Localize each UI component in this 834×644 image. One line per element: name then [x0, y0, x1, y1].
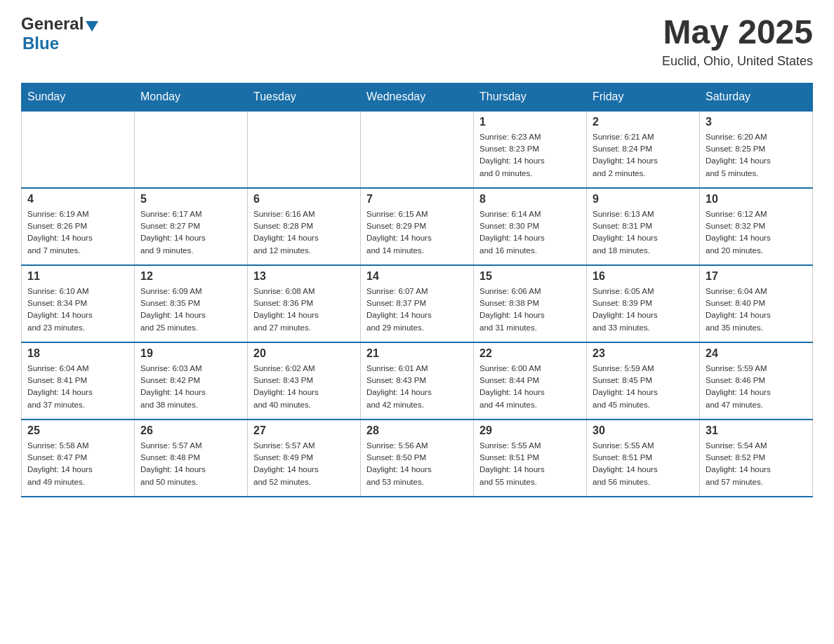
calendar-cell: 23Sunrise: 5:59 AM Sunset: 8:45 PM Dayli… — [587, 342, 700, 420]
weekday-header-saturday: Saturday — [700, 83, 813, 111]
calendar-cell: 9Sunrise: 6:13 AM Sunset: 8:31 PM Daylig… — [587, 188, 700, 265]
calendar-cell: 3Sunrise: 6:20 AM Sunset: 8:25 PM Daylig… — [700, 111, 813, 188]
day-info: Sunrise: 5:59 AM Sunset: 8:46 PM Dayligh… — [706, 363, 807, 411]
calendar-cell: 2Sunrise: 6:21 AM Sunset: 8:24 PM Daylig… — [587, 111, 700, 188]
day-info: Sunrise: 6:10 AM Sunset: 8:34 PM Dayligh… — [27, 286, 128, 334]
day-info: Sunrise: 6:06 AM Sunset: 8:38 PM Dayligh… — [479, 286, 581, 334]
day-info: Sunrise: 5:56 AM Sunset: 8:50 PM Dayligh… — [366, 440, 468, 488]
calendar-cell: 18Sunrise: 6:04 AM Sunset: 8:41 PM Dayli… — [22, 342, 135, 420]
calendar-week-row: 25Sunrise: 5:58 AM Sunset: 8:47 PM Dayli… — [22, 420, 813, 497]
day-info: Sunrise: 6:23 AM Sunset: 8:23 PM Dayligh… — [479, 131, 581, 180]
day-number: 30 — [593, 424, 694, 437]
weekday-header-friday: Friday — [587, 83, 700, 111]
calendar-cell: 21Sunrise: 6:01 AM Sunset: 8:43 PM Dayli… — [361, 342, 474, 420]
day-number: 27 — [253, 424, 355, 437]
weekday-header-tuesday: Tuesday — [248, 83, 361, 111]
day-number: 12 — [140, 270, 241, 283]
title-area: May 2025 Euclid, Ohio, United States — [662, 14, 813, 69]
page-header: General Blue May 2025 Euclid, Ohio, Unit… — [21, 14, 813, 69]
calendar-cell: 12Sunrise: 6:09 AM Sunset: 8:35 PM Dayli… — [135, 265, 248, 342]
day-number: 25 — [27, 424, 128, 437]
calendar-cell — [22, 111, 135, 188]
day-info: Sunrise: 5:57 AM Sunset: 8:48 PM Dayligh… — [140, 440, 241, 488]
calendar-week-row: 1Sunrise: 6:23 AM Sunset: 8:23 PM Daylig… — [22, 111, 813, 188]
weekday-header-sunday: Sunday — [22, 83, 135, 111]
day-number: 24 — [706, 347, 807, 360]
day-info: Sunrise: 6:08 AM Sunset: 8:36 PM Dayligh… — [253, 286, 355, 334]
day-number: 21 — [366, 347, 468, 360]
day-info: Sunrise: 5:59 AM Sunset: 8:45 PM Dayligh… — [593, 363, 694, 411]
day-number: 19 — [140, 347, 241, 360]
weekday-header-wednesday: Wednesday — [361, 83, 474, 111]
calendar-cell: 20Sunrise: 6:02 AM Sunset: 8:43 PM Dayli… — [248, 342, 361, 420]
calendar-subtitle: Euclid, Ohio, United States — [662, 54, 813, 69]
day-info: Sunrise: 6:16 AM Sunset: 8:28 PM Dayligh… — [253, 208, 355, 257]
calendar-cell: 8Sunrise: 6:14 AM Sunset: 8:30 PM Daylig… — [474, 188, 587, 265]
calendar-cell: 15Sunrise: 6:06 AM Sunset: 8:38 PM Dayli… — [474, 265, 587, 342]
calendar-week-row: 11Sunrise: 6:10 AM Sunset: 8:34 PM Dayli… — [22, 265, 813, 342]
calendar-cell: 27Sunrise: 5:57 AM Sunset: 8:49 PM Dayli… — [248, 420, 361, 497]
calendar-cell: 7Sunrise: 6:15 AM Sunset: 8:29 PM Daylig… — [361, 188, 474, 265]
day-number: 13 — [253, 270, 355, 283]
day-info: Sunrise: 6:21 AM Sunset: 8:24 PM Dayligh… — [593, 131, 694, 180]
day-number: 4 — [27, 193, 128, 206]
calendar-cell: 30Sunrise: 5:55 AM Sunset: 8:51 PM Dayli… — [587, 420, 700, 497]
calendar-cell: 31Sunrise: 5:54 AM Sunset: 8:52 PM Dayli… — [700, 420, 813, 497]
calendar-cell: 17Sunrise: 6:04 AM Sunset: 8:40 PM Dayli… — [700, 265, 813, 342]
logo-triangle-icon — [86, 21, 98, 32]
calendar-cell — [135, 111, 248, 188]
day-info: Sunrise: 6:15 AM Sunset: 8:29 PM Dayligh… — [366, 208, 468, 257]
day-number: 15 — [479, 270, 581, 283]
day-info: Sunrise: 6:00 AM Sunset: 8:44 PM Dayligh… — [479, 363, 581, 411]
calendar-cell: 5Sunrise: 6:17 AM Sunset: 8:27 PM Daylig… — [135, 188, 248, 265]
calendar-title: May 2025 — [662, 14, 813, 51]
day-number: 17 — [706, 270, 807, 283]
day-number: 2 — [593, 116, 694, 128]
weekday-header-thursday: Thursday — [474, 83, 587, 111]
calendar-cell: 10Sunrise: 6:12 AM Sunset: 8:32 PM Dayli… — [700, 188, 813, 265]
day-number: 7 — [366, 193, 468, 206]
day-info: Sunrise: 6:04 AM Sunset: 8:40 PM Dayligh… — [706, 286, 807, 334]
calendar-week-row: 4Sunrise: 6:19 AM Sunset: 8:26 PM Daylig… — [22, 188, 813, 265]
day-number: 9 — [593, 193, 694, 206]
day-info: Sunrise: 6:12 AM Sunset: 8:32 PM Dayligh… — [706, 208, 807, 257]
day-number: 3 — [706, 116, 807, 128]
day-info: Sunrise: 6:07 AM Sunset: 8:37 PM Dayligh… — [366, 286, 468, 334]
day-number: 1 — [479, 116, 581, 128]
day-info: Sunrise: 5:58 AM Sunset: 8:47 PM Dayligh… — [27, 440, 128, 488]
day-info: Sunrise: 5:54 AM Sunset: 8:52 PM Dayligh… — [706, 440, 807, 488]
weekday-header-row: SundayMondayTuesdayWednesdayThursdayFrid… — [22, 83, 813, 111]
day-number: 26 — [140, 424, 241, 437]
calendar-cell — [361, 111, 474, 188]
day-info: Sunrise: 6:03 AM Sunset: 8:42 PM Dayligh… — [140, 363, 241, 411]
day-info: Sunrise: 6:19 AM Sunset: 8:26 PM Dayligh… — [27, 208, 128, 257]
day-number: 5 — [140, 193, 241, 206]
day-info: Sunrise: 6:05 AM Sunset: 8:39 PM Dayligh… — [593, 286, 694, 334]
day-info: Sunrise: 6:02 AM Sunset: 8:43 PM Dayligh… — [253, 363, 355, 411]
logo-general-text: General — [21, 14, 84, 34]
day-number: 8 — [479, 193, 581, 206]
day-number: 18 — [27, 347, 128, 360]
calendar-cell: 11Sunrise: 6:10 AM Sunset: 8:34 PM Dayli… — [22, 265, 135, 342]
calendar-cell: 13Sunrise: 6:08 AM Sunset: 8:36 PM Dayli… — [248, 265, 361, 342]
calendar-cell: 29Sunrise: 5:55 AM Sunset: 8:51 PM Dayli… — [474, 420, 587, 497]
day-number: 10 — [706, 193, 807, 206]
calendar-cell: 6Sunrise: 6:16 AM Sunset: 8:28 PM Daylig… — [248, 188, 361, 265]
day-info: Sunrise: 6:20 AM Sunset: 8:25 PM Dayligh… — [706, 131, 807, 180]
calendar-cell: 14Sunrise: 6:07 AM Sunset: 8:37 PM Dayli… — [361, 265, 474, 342]
day-info: Sunrise: 6:14 AM Sunset: 8:30 PM Dayligh… — [479, 208, 581, 257]
calendar-cell: 22Sunrise: 6:00 AM Sunset: 8:44 PM Dayli… — [474, 342, 587, 420]
calendar-cell — [248, 111, 361, 188]
calendar-cell: 16Sunrise: 6:05 AM Sunset: 8:39 PM Dayli… — [587, 265, 700, 342]
day-info: Sunrise: 6:01 AM Sunset: 8:43 PM Dayligh… — [366, 363, 468, 411]
calendar-week-row: 18Sunrise: 6:04 AM Sunset: 8:41 PM Dayli… — [22, 342, 813, 420]
day-number: 31 — [706, 424, 807, 437]
day-number: 29 — [479, 424, 581, 437]
calendar-cell: 1Sunrise: 6:23 AM Sunset: 8:23 PM Daylig… — [474, 111, 587, 188]
day-info: Sunrise: 6:09 AM Sunset: 8:35 PM Dayligh… — [140, 286, 241, 334]
day-number: 16 — [593, 270, 694, 283]
day-info: Sunrise: 5:55 AM Sunset: 8:51 PM Dayligh… — [593, 440, 694, 488]
day-info: Sunrise: 6:17 AM Sunset: 8:27 PM Dayligh… — [140, 208, 241, 257]
calendar-cell: 26Sunrise: 5:57 AM Sunset: 8:48 PM Dayli… — [135, 420, 248, 497]
calendar-cell: 25Sunrise: 5:58 AM Sunset: 8:47 PM Dayli… — [22, 420, 135, 497]
